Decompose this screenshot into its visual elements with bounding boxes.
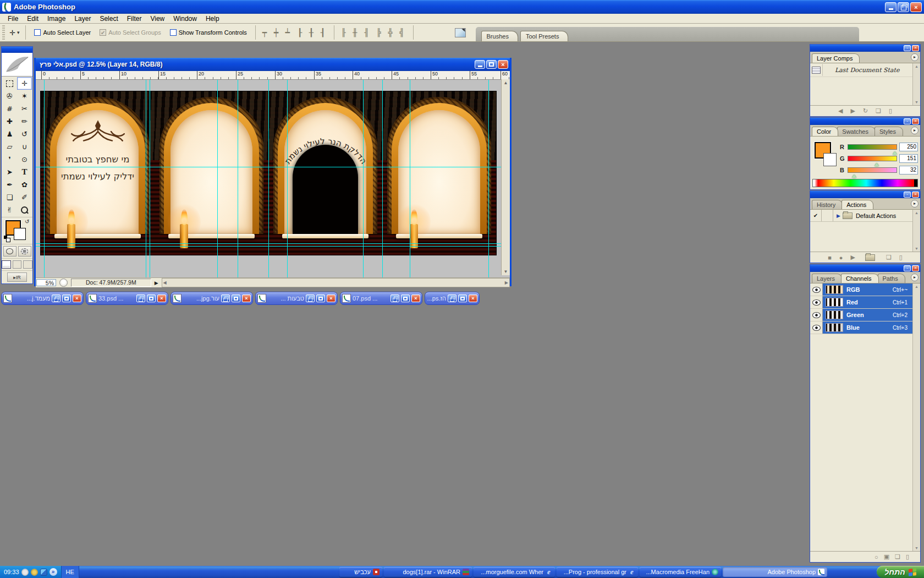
- scroll-down-icon[interactable]: ▼: [915, 247, 919, 250]
- swap-colors-icon[interactable]: ↺: [25, 219, 29, 225]
- menu-select[interactable]: Select: [95, 14, 122, 23]
- tray-icon-1[interactable]: [21, 569, 29, 576]
- maximize-button[interactable]: [62, 295, 71, 302]
- history-tab[interactable]: History: [812, 200, 843, 209]
- minimized-document-2[interactable]: 33.psd ... ×: [86, 292, 168, 305]
- close-button[interactable]: ×: [327, 295, 336, 302]
- palette-minimize-button[interactable]: -: [904, 192, 911, 198]
- taskbar-button-morguefile[interactable]: ...morguefile.com Wher e: [474, 567, 555, 577]
- scroll-right-icon[interactable]: ▶: [505, 280, 508, 285]
- current-tool-indicator[interactable]: ✛ ▾: [7, 29, 21, 37]
- channel-row-red[interactable]: Red Ctrl+1: [810, 296, 912, 309]
- apply-comp-box[interactable]: [810, 64, 823, 76]
- scroll-down-icon[interactable]: ▼: [504, 269, 508, 274]
- palette-titlebar[interactable]: - ×: [810, 118, 920, 125]
- path-selection-tool[interactable]: ➤: [2, 166, 17, 178]
- update-comp-icon[interactable]: ↻: [863, 107, 868, 114]
- close-button[interactable]: ×: [910, 2, 922, 12]
- visibility-toggle[interactable]: [810, 309, 823, 321]
- eraser-tool[interactable]: ▱: [2, 140, 17, 153]
- minimized-document-1[interactable]: מעמד.j... ×: [1, 292, 84, 305]
- custom-shape-tool[interactable]: ✿: [17, 178, 32, 191]
- menu-filter[interactable]: Filter: [123, 14, 146, 23]
- menu-help[interactable]: Help: [201, 14, 224, 23]
- toolbox-titlebar[interactable]: [2, 47, 32, 53]
- taskbar-button-winrar[interactable]: dogs[1].rar - WinRAR: [384, 567, 472, 577]
- action-set-row[interactable]: ✔ ▶ Default Actions: [810, 210, 912, 222]
- jump-to-imageready-button[interactable]: ▸IR: [7, 272, 27, 282]
- vertical-scrollbar[interactable]: ▲ ▼: [501, 79, 510, 275]
- distribute-icons-set1[interactable]: ╟ ╫ ╢: [341, 28, 371, 37]
- language-indicator[interactable]: HE: [62, 566, 79, 578]
- restore-button[interactable]: [52, 295, 61, 302]
- tray-icon-2[interactable]: [31, 569, 38, 576]
- maximize-button[interactable]: [147, 295, 156, 302]
- dodge-tool[interactable]: ⊙: [17, 153, 32, 166]
- fullscreen-menubar-mode-button[interactable]: [13, 260, 22, 269]
- close-button[interactable]: ×: [73, 295, 81, 302]
- channels-tab[interactable]: Channels: [841, 274, 878, 283]
- start-button[interactable]: התחל: [877, 566, 924, 578]
- quick-mask-mode-button[interactable]: [18, 246, 31, 257]
- type-tool[interactable]: T: [17, 166, 32, 178]
- pal menu-icon[interactable]: ▸: [911, 200, 919, 208]
- maximize-button[interactable]: [401, 295, 410, 302]
- default-colors-icon[interactable]: [4, 236, 10, 241]
- restore-button[interactable]: [448, 295, 457, 302]
- scroll-down-icon[interactable]: ▼: [915, 546, 919, 550]
- healing-brush-tool[interactable]: ✚: [2, 115, 17, 128]
- channel-row-green[interactable]: Green Ctrl+2: [810, 309, 912, 321]
- channel-row-rgb[interactable]: RGB Ctrl+~: [810, 283, 912, 296]
- toggle-dialog-checkbox[interactable]: [822, 210, 833, 221]
- palette-scrollbar[interactable]: ▲ ▼: [912, 63, 920, 105]
- show-transform-controls-checkbox[interactable]: Show Transform Controls: [170, 29, 247, 36]
- visibility-toggle[interactable]: [810, 283, 823, 296]
- scroll-up-icon[interactable]: ▲: [504, 80, 508, 85]
- visibility-toggle[interactable]: [810, 321, 823, 334]
- taskbar-button-photoshop[interactable]: Adobe Photoshop: [723, 567, 827, 577]
- canvas-area[interactable]: מי שחפץ בטובתי ידליק לעילוי נשמתי: [36, 80, 510, 277]
- red-value-input[interactable]: 250: [899, 143, 918, 151]
- close-button[interactable]: ×: [469, 295, 477, 302]
- close-button[interactable]: ×: [157, 295, 166, 302]
- clone-stamp-tool[interactable]: ♟: [2, 128, 17, 140]
- standard-screen-mode-button[interactable]: [2, 260, 11, 269]
- record-icon[interactable]: ●: [839, 254, 843, 261]
- prev-comp-icon[interactable]: ◀: [838, 107, 843, 114]
- green-value-input[interactable]: 151: [899, 154, 918, 163]
- restore-button[interactable]: [306, 295, 315, 302]
- zoom-input[interactable]: 5%: [36, 279, 56, 286]
- delete-channel-icon[interactable]: ▯: [906, 553, 909, 560]
- taskbar-button-freehand[interactable]: ...Macromedia FreeHan: [640, 567, 721, 577]
- align-icons-set1[interactable]: ┯ ┿ ┷: [262, 28, 292, 37]
- background-color-swatch[interactable]: [823, 153, 837, 166]
- palette-titlebar[interactable]: - ×: [810, 191, 920, 198]
- brushes-tab[interactable]: Brushes: [481, 31, 518, 41]
- status-clock-icon[interactable]: [59, 279, 68, 287]
- layers-tab[interactable]: Layers: [812, 274, 842, 283]
- tray-chevron-icon[interactable]: »: [50, 568, 57, 576]
- menu-view[interactable]: View: [146, 14, 169, 23]
- layer-comp-row[interactable]: Last Document State: [810, 63, 912, 77]
- new-channel-icon[interactable]: ❏: [895, 553, 900, 560]
- align-icons-set2[interactable]: ┠ ╂ ┨: [298, 28, 327, 37]
- network-tray-icon[interactable]: [40, 569, 47, 576]
- options-grip[interactable]: [2, 25, 5, 40]
- new-comp-icon[interactable]: ❏: [876, 107, 881, 114]
- scroll-up-icon[interactable]: ▲: [915, 64, 919, 68]
- delete-comp-icon[interactable]: ▯: [889, 107, 892, 114]
- delete-action-icon[interactable]: ▯: [899, 254, 903, 261]
- crop-tool[interactable]: #: [2, 102, 17, 115]
- tool-presets-tab[interactable]: Tool Presets: [520, 31, 569, 41]
- expand-triangle-icon[interactable]: ▶: [837, 213, 840, 219]
- maximize-button[interactable]: [316, 295, 325, 302]
- taskbar-button-prog[interactable]: ...Prog - professional gr e: [557, 567, 638, 577]
- stop-icon[interactable]: ■: [828, 254, 832, 261]
- palette-menu-icon[interactable]: ▸: [911, 53, 919, 61]
- file-browser-icon[interactable]: [455, 28, 466, 37]
- move-tool[interactable]: ✛: [17, 77, 32, 90]
- taskbar-button-spider[interactable]: עכביש: [339, 567, 382, 577]
- palette-close-button[interactable]: ×: [912, 265, 919, 271]
- palette-menu-icon[interactable]: ▸: [911, 274, 919, 281]
- color-tab[interactable]: Color: [812, 127, 838, 136]
